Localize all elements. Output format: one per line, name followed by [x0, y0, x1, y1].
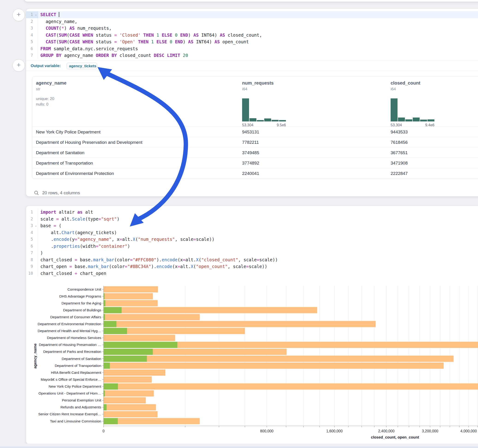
- line-number-gutter: 9: [26, 263, 38, 270]
- add-cell-button-output[interactable]: +: [13, 59, 25, 72]
- column-header-num_requests[interactable]: num_requestsi6453,3049.5e6: [242, 76, 318, 128]
- table-cell-closed_count: 3471908: [391, 158, 408, 168]
- code-text[interactable]: FROM sample_data.nyc.service_requests: [38, 45, 138, 52]
- dataframe-preview-table: agency_namestrunique: 20nulls: 0num_requ…: [32, 76, 478, 179]
- line-number-gutter: 3: [26, 25, 38, 32]
- code-line[interactable]: 9chart_open = base.mark_bar(color="#8BC3…: [26, 263, 478, 270]
- table-row[interactable]: Department of Environmental Protection22…: [32, 168, 478, 179]
- code-text[interactable]: import altair as alt: [38, 209, 93, 216]
- output-variable-row: Output variable: agency_tickets: [26, 61, 478, 71]
- line-number-gutter: 5: [26, 236, 38, 243]
- code-line[interactable]: 2 agency_name,: [26, 18, 478, 25]
- line-number-gutter: 3⌄: [26, 222, 38, 229]
- y-axis-label: Department for the Aging: [62, 301, 101, 305]
- y-axis-label: Correspondence Unit: [68, 287, 101, 291]
- y-axis-label: Department of Transportation: [55, 364, 101, 367]
- code-text[interactable]: SELECT: [38, 11, 478, 18]
- y-axis-label: Operations Unit - Department of Hom…: [38, 391, 101, 395]
- code-line[interactable]: 4 CAST(SUM(CASE WHEN status = 'Closed' T…: [26, 32, 478, 39]
- code-line[interactable]: 8chart_closed = base.mark_bar(color="#FF…: [26, 256, 478, 263]
- code-text[interactable]: alt.Chart(agency_tickets): [38, 229, 117, 236]
- code-text[interactable]: agency_name,: [38, 18, 77, 25]
- code-line[interactable]: 10chart_closed + chart_open: [26, 270, 478, 277]
- y-axis-label: Department of Buildings: [63, 308, 101, 312]
- bar-closed-count: [104, 335, 175, 341]
- column-header-closed_count[interactable]: closed_counti6453,3049.4e6: [391, 76, 467, 128]
- x-axis-tick-label: 4,000,000: [460, 429, 477, 433]
- code-line[interactable]: 1⌄SELECT: [26, 11, 478, 18]
- code-text[interactable]: CAST(SUM(CASE WHEN status = 'Open' THEN …: [38, 38, 249, 45]
- y-axis-label: Department of Parks and Recreation: [43, 350, 101, 354]
- sql-code-editor[interactable]: 1⌄SELECT 2 agency_name,3 COUNT(*) AS num…: [26, 11, 478, 59]
- bar-open-count: [104, 356, 147, 362]
- code-text[interactable]: scale = alt.Scale(type="sqrt"): [38, 216, 120, 223]
- code-line[interactable]: 1import altair as alt: [26, 209, 478, 216]
- bar-open-count: [104, 404, 107, 411]
- search-icon[interactable]: [34, 190, 39, 195]
- x-axis-tick-label: 3,200,000: [422, 429, 438, 433]
- code-line[interactable]: 3 COUNT(*) AS num_requests,: [26, 25, 478, 32]
- python-code-editor[interactable]: 1import altair as alt2scale = alt.Scale(…: [26, 209, 478, 277]
- add-cell-button-top[interactable]: +: [13, 9, 25, 21]
- bar-open-count: [104, 349, 153, 355]
- code-line[interactable]: 7GROUP BY agency_name ORDER BY closed_co…: [26, 52, 478, 59]
- output-variable-input[interactable]: agency_tickets: [67, 63, 97, 69]
- code-line[interactable]: 7): [26, 249, 478, 256]
- table-cell-closed_count: 9443533: [391, 127, 408, 137]
- output-variable-label: Output variable:: [31, 64, 61, 68]
- code-line[interactable]: 2scale = alt.Scale(type="sqrt"): [26, 216, 478, 223]
- bar-open-count: [104, 314, 105, 320]
- table-cell-agency_name: New York City Police Department: [36, 127, 101, 137]
- y-axis-label: Department of Sanitation: [62, 357, 101, 361]
- y-axis-label: Department of Environmental Protection: [38, 322, 101, 326]
- line-number-gutter: 8: [26, 256, 38, 263]
- bar-open-count: [104, 321, 116, 327]
- code-line[interactable]: 4 alt.Chart(agency_tickets): [26, 229, 478, 236]
- bar-open-count: [104, 328, 127, 334]
- code-text[interactable]: GROUP BY agency_name ORDER BY closed_cou…: [38, 52, 188, 59]
- x-axis-tick-label: 800,000: [260, 429, 273, 433]
- y-axis-label: New York City Police Department: [49, 384, 101, 388]
- code-text[interactable]: ): [38, 249, 43, 256]
- text-cursor: [59, 12, 59, 17]
- x-axis-tick-label: 2,400,000: [378, 429, 395, 433]
- code-line[interactable]: 6FROM sample_data.nyc.service_requests: [26, 45, 478, 52]
- code-line[interactable]: 5 .encode(y="agency_name", x=alt.X("num_…: [26, 236, 478, 243]
- bar-closed-count: [104, 376, 152, 383]
- code-text[interactable]: chart_open = base.mark_bar(color="#8BC34…: [38, 263, 267, 270]
- fold-chevron-icon[interactable]: ⌄: [34, 222, 38, 229]
- code-text[interactable]: COUNT(*) AS num_requests,: [38, 25, 112, 32]
- table-row[interactable]: Department of Transportation377489234719…: [32, 158, 478, 168]
- x-axis-tick-label: 0: [103, 429, 105, 433]
- line-number-gutter: 1: [26, 209, 38, 216]
- line-number-gutter: 10: [26, 270, 38, 277]
- code-text[interactable]: .encode(y="agency_name", x=alt.X("num_re…: [38, 236, 214, 243]
- bar-closed-count: [104, 293, 153, 299]
- code-text[interactable]: chart_closed + chart_open: [38, 270, 106, 277]
- bar-closed-count: [104, 384, 478, 390]
- bar-open-count: [104, 342, 177, 348]
- table-cell-agency_name: Department of Sanitation: [36, 148, 84, 158]
- x-axis-title: closed_count, open_count: [371, 435, 419, 439]
- bar-closed-count: [104, 397, 146, 404]
- table-cell-closed_count: 3677651: [391, 148, 408, 158]
- bar-closed-count: [104, 404, 156, 411]
- table-row[interactable]: New York City Police Department945313194…: [32, 126, 478, 137]
- y-axis-label: Department of Health and Mental Hyg…: [38, 329, 101, 333]
- line-number-gutter: 6: [26, 45, 38, 52]
- y-axis-label: HRA Benefit Card Replacement: [51, 371, 101, 374]
- code-text[interactable]: base = (: [38, 222, 62, 229]
- line-number-gutter: 7: [26, 52, 38, 59]
- code-text[interactable]: .properties(width="container"): [38, 243, 130, 250]
- code-text[interactable]: chart_closed = base.mark_bar(color="#FFC…: [38, 256, 278, 263]
- cell-gap: [0, 444, 478, 447]
- code-line[interactable]: 3⌄base = (: [26, 222, 478, 229]
- table-row[interactable]: Department of Housing Preservation and D…: [32, 137, 478, 148]
- code-line[interactable]: 5 CAST(SUM(CASE WHEN status = 'Open' THE…: [26, 38, 478, 45]
- altair-bar-chart: Correspondence UnitDHS Advantage Program…: [26, 278, 478, 444]
- table-row[interactable]: Department of Sanitation37494853677651: [32, 147, 478, 158]
- fold-chevron-icon[interactable]: ⌄: [34, 11, 38, 18]
- code-line[interactable]: 6 .properties(width="container"): [26, 243, 478, 250]
- code-text[interactable]: CAST(SUM(CASE WHEN status = 'Closed' THE…: [38, 32, 262, 39]
- column-header-agency_name[interactable]: agency_namestrunique: 20nulls: 0: [36, 76, 197, 128]
